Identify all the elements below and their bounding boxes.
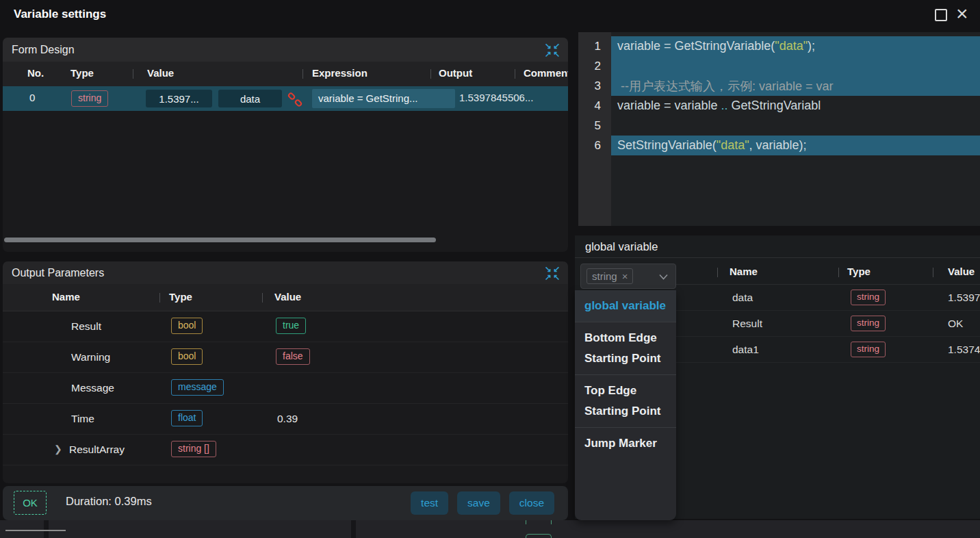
panel-divider <box>44 520 49 538</box>
variable-settings-dialog: Variable settings × Form Design ↘↙↗↖ No.… <box>0 0 980 538</box>
col-type: Type <box>70 67 94 79</box>
type-badge: string <box>851 342 886 357</box>
filter-tag: string× <box>586 268 633 284</box>
variable-name: Result <box>732 318 762 330</box>
variable-value: 1.5374 <box>948 344 980 356</box>
output-cell: 1.5397845506... <box>459 92 533 103</box>
global-variable-title: global variable <box>575 235 980 258</box>
variable-name: data <box>732 292 753 304</box>
column-divider <box>717 268 718 277</box>
row-number: 0 <box>29 92 35 103</box>
dropdown-item-bottom-edge[interactable]: Bottom Edge Starting Point <box>575 322 676 374</box>
col-value: Value <box>147 67 174 79</box>
column-divider <box>159 293 160 303</box>
line-number: 2 <box>578 60 611 73</box>
col-type: Type <box>847 266 871 277</box>
output-parameters-title: Output Parameters <box>12 267 104 279</box>
column-divider <box>838 268 839 277</box>
type-badge: message <box>171 379 224 396</box>
line-number: 6 <box>578 139 611 153</box>
param-name: Time <box>71 413 94 425</box>
col-value: Value <box>274 291 301 303</box>
code-line: 1 variable = GetStringVariable("data"); <box>578 36 980 56</box>
col-expression: Expression <box>312 67 368 79</box>
test-button[interactable]: test <box>411 491 448 515</box>
chevron-right-icon[interactable]: ❯ <box>54 444 62 454</box>
table-row: Result bool true <box>3 311 568 342</box>
code-line: 4 variable = variable .. GetStringVariab… <box>578 96 980 116</box>
variable-group-dropdown: global variable Bottom Edge Starting Poi… <box>575 290 676 520</box>
code-line: 2 <box>578 56 980 76</box>
col-comment: Comment <box>524 67 568 79</box>
col-name: Name <box>730 266 758 277</box>
param-name: Message <box>71 382 114 394</box>
expression-cell[interactable]: variable = GetString... <box>312 89 455 108</box>
variable-value: OK <box>948 318 963 330</box>
code-editor[interactable]: 1 variable = GetStringVariable("data"); … <box>578 32 980 226</box>
table-row[interactable]: 0 string 1.5397... data variable = GetSt… <box>3 86 568 111</box>
col-name: Name <box>52 291 80 303</box>
dialog-footer: OK Duration: 0.39ms test save close <box>3 486 568 520</box>
col-output: Output <box>439 67 472 79</box>
column-divider <box>262 293 263 303</box>
collapse-icon[interactable]: ↘↙↗↖ <box>544 265 560 281</box>
type-badge: string [] <box>171 441 216 457</box>
param-name: ResultArray <box>69 444 125 456</box>
value-badge: false <box>276 348 310 365</box>
code-line: 5 <box>578 116 980 136</box>
maximize-icon[interactable] <box>935 9 947 21</box>
value-badge: true <box>276 318 306 334</box>
column-divider <box>133 69 133 79</box>
remove-tag-icon[interactable]: × <box>622 270 628 282</box>
dropdown-item-global-variable[interactable]: global variable <box>575 290 676 322</box>
col-value: Value <box>948 266 975 277</box>
type-filter-select[interactable]: string× <box>580 264 676 289</box>
table-row: Warning bool false <box>3 342 568 373</box>
form-design-header-row: No. Type Value Expression Output Comment <box>3 62 568 86</box>
type-badge: float <box>171 410 203 426</box>
param-name: Warning <box>71 351 110 363</box>
value-field[interactable]: 1.5397... <box>146 90 212 107</box>
column-divider <box>933 268 933 277</box>
horizontal-scrollbar[interactable] <box>4 238 436 242</box>
variable-name-field[interactable]: data <box>218 90 282 107</box>
table-row[interactable]: Result string OK <box>676 311 980 337</box>
close-icon[interactable]: × <box>956 1 968 26</box>
variable-name: data1 <box>732 344 759 356</box>
table-row: Message message <box>3 373 568 404</box>
form-design-title: Form Design <box>12 44 75 56</box>
duration-text: Duration: 0.39ms <box>66 495 152 508</box>
background-app-strip <box>0 520 980 538</box>
col-type: Type <box>169 291 192 303</box>
dialog-title: Variable settings <box>14 8 106 21</box>
column-divider <box>430 69 431 79</box>
table-row[interactable]: data1 string 1.5374 <box>676 337 980 363</box>
type-badge: bool <box>171 348 203 365</box>
table-row[interactable]: data string 1.5397 <box>676 285 980 311</box>
save-button[interactable]: save <box>457 491 500 515</box>
close-button[interactable]: close <box>509 491 554 515</box>
code-line: 3 --用户表达式输入，示例: variable = var <box>578 76 980 96</box>
table-row: ❯ ResultArray string [] <box>3 435 568 465</box>
param-value: 0.39 <box>277 413 298 425</box>
column-divider <box>515 69 515 79</box>
column-divider <box>302 69 303 79</box>
type-badge: string <box>851 290 886 305</box>
code-line: 6 SetStringVariable("data", variable); <box>578 136 980 155</box>
unlink-icon[interactable] <box>287 92 302 107</box>
collapse-icon[interactable]: ↘↙↗↖ <box>544 42 560 58</box>
background-outline-button <box>526 534 552 538</box>
line-number: 1 <box>578 40 611 53</box>
global-variable-table: Name Type Value data string 1.5397 Resul… <box>676 260 980 519</box>
type-badge: string <box>71 90 108 107</box>
col-no: No. <box>27 67 44 79</box>
line-number: 3 <box>578 79 611 93</box>
type-badge: bool <box>171 318 203 334</box>
chevron-down-icon <box>659 274 668 280</box>
param-name: Result <box>71 320 101 333</box>
type-badge: string <box>851 316 886 331</box>
dropdown-item-jump-marker[interactable]: Jump Marker <box>575 428 676 459</box>
drag-handle-line <box>5 530 66 531</box>
panel-divider <box>351 520 356 538</box>
dropdown-item-top-edge[interactable]: Top Edge Starting Point <box>575 375 676 427</box>
